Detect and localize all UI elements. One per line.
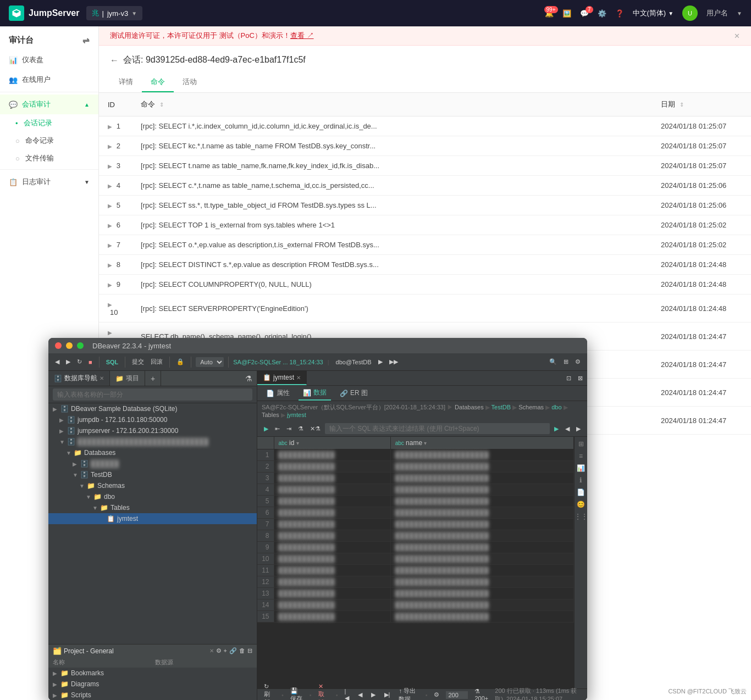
- grid-row[interactable]: 13 ████████████ ████████████████████: [257, 588, 574, 599]
- col-sort-id[interactable]: ▾: [296, 440, 299, 446]
- sidebar-toggle[interactable]: ⇌: [82, 36, 90, 46]
- table-row[interactable]: ▶ 4 [rpc]: SELECT c.*,t.name as table_na…: [99, 176, 751, 196]
- status-refresh[interactable]: ↻ 刷新: [262, 682, 277, 700]
- alert-link[interactable]: 查看 ↗: [290, 31, 314, 40]
- project-collapse-icon[interactable]: ⊟: [247, 647, 252, 654]
- grid-row[interactable]: 15 ████████████ ████████████████████: [257, 611, 574, 623]
- dt-filter-remove[interactable]: ✕⚗: [308, 424, 323, 434]
- table-row[interactable]: ▶ 3 [rpc]: SELECT t.name as table_name,f…: [99, 156, 751, 176]
- grid-row[interactable]: 1 ████████████ ████████████████████: [257, 449, 574, 461]
- status-nav-last[interactable]: ▶|: [382, 690, 393, 699]
- tb-search[interactable]: 🔍: [547, 357, 559, 366]
- sidebar-subitem-session-record[interactable]: 会话记录: [15, 114, 98, 132]
- tb-lock[interactable]: 🔒: [174, 357, 186, 366]
- tb-back[interactable]: ◀: [53, 357, 62, 366]
- proj-item-scripts[interactable]: ▶ 📁 Scripts: [48, 690, 257, 700]
- status-nav-first[interactable]: |◀: [343, 687, 351, 700]
- language-selector[interactable]: 中文(简体) ▼: [633, 8, 674, 18]
- project-close-button[interactable]: ✕: [209, 648, 214, 654]
- project-link-icon[interactable]: 🔗: [229, 647, 237, 654]
- message-icon[interactable]: 💬 7: [580, 9, 589, 18]
- side-icon-record[interactable]: 📄: [576, 487, 586, 497]
- expand-button[interactable]: ▶: [108, 330, 112, 336]
- side-icon-dots[interactable]: ⋮⋮: [573, 512, 588, 521]
- col-header-cmd[interactable]: 命令 ⇕: [132, 93, 652, 116]
- image-icon[interactable]: 🖼️: [562, 9, 571, 18]
- expand-button[interactable]: ▶: [108, 163, 112, 169]
- tree-item-blurred-db[interactable]: ▶ 🗄️ ██████: [48, 458, 257, 469]
- table-row[interactable]: ▶ 5 [rpc]: SELECT ss.*, tt.type_table_ob…: [99, 196, 751, 215]
- tree-item-sqlite[interactable]: ▶ 🗄️ DBeaver Sample Database (SQLite): [48, 403, 257, 414]
- table-row[interactable]: ▶ 6 [rpc]: SELECT TOP 1 is_external from…: [99, 215, 751, 235]
- alert-close-button[interactable]: ✕: [734, 32, 740, 40]
- filter-input[interactable]: [325, 423, 550, 434]
- side-icon-info[interactable]: ℹ: [578, 475, 583, 485]
- grid-row[interactable]: 12 ████████████ ████████████████████: [257, 576, 574, 588]
- nav-tab-db[interactable]: 🗄️ 数据库导航 ✕: [48, 371, 110, 386]
- status-nav-next[interactable]: ▶: [369, 690, 378, 699]
- tb-more2[interactable]: ▶▶: [387, 357, 400, 366]
- side-icon-grid[interactable]: ⊞: [577, 439, 585, 449]
- tb-commit[interactable]: 提交: [130, 357, 146, 367]
- tb-forward[interactable]: ▶: [64, 357, 73, 366]
- tree-item-jymtest[interactable]: 📋 jymtest: [48, 513, 257, 524]
- grid-row[interactable]: 9 ████████████ ████████████████████: [257, 542, 574, 553]
- status-nav-prev[interactable]: ◀: [356, 690, 365, 699]
- restore-icon[interactable]: ⊡: [564, 374, 573, 383]
- grid-row[interactable]: 2 ████████████ ████████████████████: [257, 461, 574, 473]
- expand-button[interactable]: ▶: [108, 262, 112, 268]
- dt-execute[interactable]: ▶: [262, 424, 270, 434]
- sidebar-item-log-audit[interactable]: 📋 日志审计 ▼: [0, 172, 98, 192]
- tb-stop[interactable]: ■: [86, 358, 95, 366]
- nav-tab-add[interactable]: +: [145, 371, 161, 386]
- grid-row[interactable]: 7 ████████████ ████████████████████: [257, 519, 574, 530]
- tb-refresh[interactable]: ↻: [75, 357, 84, 366]
- tree-item-tables[interactable]: ▼ 📁 Tables: [48, 502, 257, 513]
- expand-button[interactable]: ▶: [108, 124, 112, 130]
- tb-grid[interactable]: ⊞: [561, 357, 571, 366]
- nav-search-input[interactable]: [53, 388, 252, 401]
- grid-col-id[interactable]: abc id ▾: [274, 437, 390, 449]
- sidebar-subitem-file-transfer[interactable]: 文件传输: [15, 149, 98, 167]
- table-row[interactable]: ▶ 1 [rpc]: SELECT i.*,ic.index_column_id…: [99, 116, 751, 136]
- window-close-button[interactable]: [55, 342, 62, 349]
- tb-sql[interactable]: SQL: [104, 358, 121, 366]
- sidebar-subitem-cmd-record[interactable]: 命令记录: [15, 132, 98, 149]
- env-selector[interactable]: 兆 | jym-v3 ▼: [86, 6, 143, 20]
- side-icon-list[interactable]: ≡: [578, 451, 584, 461]
- side-icon-smiley[interactable]: 😊: [576, 499, 586, 509]
- dt-nav2[interactable]: ⇥: [284, 424, 294, 434]
- expand-button[interactable]: ▶: [108, 302, 112, 308]
- expand-button[interactable]: ▶: [108, 282, 112, 288]
- status-gear[interactable]: ⚙: [432, 690, 441, 699]
- project-settings-icon[interactable]: ⚙: [216, 647, 222, 654]
- grid-col-name[interactable]: abc name ▾: [390, 437, 573, 449]
- auto-commit-select[interactable]: Auto: [196, 357, 224, 367]
- proj-item-diagrams[interactable]: ▶ 📁 Diagrams: [48, 679, 257, 690]
- maximize-icon[interactable]: ⊠: [576, 374, 585, 383]
- grid-row[interactable]: 10 ████████████ ████████████████████: [257, 553, 574, 565]
- table-row[interactable]: ▶ 7 [rpc]: SELECT o.*,ep.value as descri…: [99, 235, 751, 255]
- dt-right-nav[interactable]: ▶: [574, 424, 583, 434]
- expand-button[interactable]: ▶: [108, 203, 112, 209]
- right-tab-close[interactable]: ✕: [296, 375, 301, 381]
- tb-settings2[interactable]: ⚙: [573, 357, 583, 366]
- avatar[interactable]: U: [682, 5, 698, 21]
- prop-tab-data[interactable]: 📊 数据: [299, 386, 331, 401]
- status-filter-count[interactable]: ⚗ 200+: [472, 687, 490, 700]
- expand-button[interactable]: ▶: [108, 143, 112, 149]
- tb-more1[interactable]: ▶: [376, 357, 385, 366]
- status-export[interactable]: ↑ 导出数据...: [396, 686, 421, 701]
- window-maximize-button[interactable]: [77, 342, 84, 349]
- table-row[interactable]: ▶ 9 [rpc]: SELECT COLUMNPROPERTY(0, NULL…: [99, 275, 751, 295]
- prop-tab-er[interactable]: 🔗 ER 图: [335, 386, 372, 401]
- nav-tab-project[interactable]: 📁 项目: [110, 371, 145, 386]
- tree-item-testdb[interactable]: ▼ 🗄️ TestDB: [48, 469, 257, 480]
- tree-item-schemas[interactable]: ▼ 📁 Schemas: [48, 480, 257, 491]
- tree-item-jumpdb[interactable]: ▶ 🗄️ jumpdb - 172.16.10.180:50000: [48, 414, 257, 425]
- dt-filter-icon[interactable]: ⚗: [296, 424, 306, 434]
- settings-icon[interactable]: ⚙️: [598, 9, 606, 18]
- back-button[interactable]: ←: [110, 55, 119, 65]
- table-row[interactable]: ▶ 8 [rpc]: SELECT DISTINCT s.*,ep.value …: [99, 255, 751, 275]
- status-page-size[interactable]: [446, 691, 468, 699]
